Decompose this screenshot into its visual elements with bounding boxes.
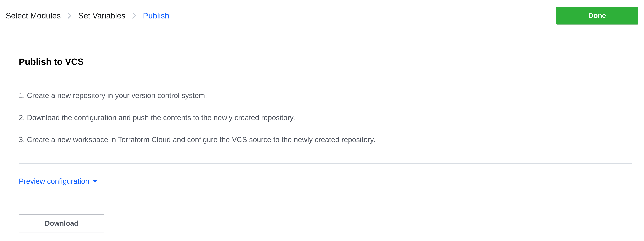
breadcrumb-item-publish[interactable]: Publish <box>143 11 169 20</box>
breadcrumb: Select Modules Set Variables Publish <box>6 11 170 20</box>
step-item: 1. Create a new repository in your versi… <box>19 90 632 101</box>
chevron-right-icon <box>68 13 72 19</box>
actions-row: Download <box>19 214 632 232</box>
top-bar: Select Modules Set Variables Publish Don… <box>6 7 638 25</box>
main-content: Publish to VCS 1. Create a new repositor… <box>6 56 638 232</box>
step-item: 3. Create a new workspace in Terraform C… <box>19 134 632 145</box>
caret-down-icon <box>93 180 98 183</box>
breadcrumb-item-select-modules[interactable]: Select Modules <box>6 11 61 20</box>
step-number: 3. <box>19 134 25 145</box>
download-button[interactable]: Download <box>19 214 104 232</box>
done-button[interactable]: Done <box>556 7 638 25</box>
step-number: 2. <box>19 112 25 123</box>
preview-configuration-toggle[interactable]: Preview configuration <box>19 177 98 185</box>
step-text: Download the configuration and push the … <box>27 112 295 123</box>
breadcrumb-item-set-variables[interactable]: Set Variables <box>78 11 126 20</box>
step-text: Create a new repository in your version … <box>27 90 207 101</box>
steps-list: 1. Create a new repository in your versi… <box>19 90 632 145</box>
step-text: Create a new workspace in Terraform Clou… <box>27 134 375 145</box>
chevron-right-icon <box>132 13 136 19</box>
step-item: 2. Download the configuration and push t… <box>19 112 632 123</box>
section-title: Publish to VCS <box>19 56 632 67</box>
divider <box>19 199 632 199</box>
divider <box>19 163 632 164</box>
step-number: 1. <box>19 90 25 101</box>
preview-configuration-label: Preview configuration <box>19 177 90 185</box>
